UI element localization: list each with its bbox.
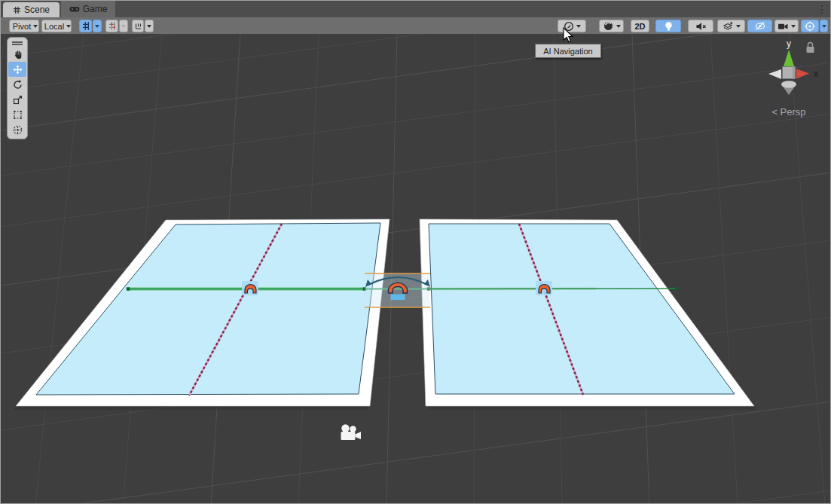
gamepad-icon bbox=[69, 5, 80, 13]
chevron-down-icon bbox=[33, 25, 38, 28]
scene-grid-icon bbox=[13, 6, 21, 14]
scale-tool-button[interactable] bbox=[8, 92, 26, 107]
chevron-down-icon bbox=[121, 25, 126, 28]
gizmo-center-cube bbox=[793, 67, 796, 79]
unity-scene-view-window: Scene Game ⋮ Pivot bbox=[0, 0, 831, 504]
tab-strip: Scene Game ⋮ bbox=[1, 1, 830, 17]
video-camera-icon bbox=[778, 21, 789, 32]
axis-x-cone[interactable] bbox=[796, 69, 809, 79]
axis-y-cone[interactable] bbox=[784, 50, 794, 66]
tab-scene[interactable]: Scene bbox=[3, 2, 60, 17]
tab-game[interactable]: Game bbox=[61, 1, 115, 17]
audio-toggle-button[interactable] bbox=[688, 20, 713, 32]
pivot-label: Pivot bbox=[13, 22, 31, 31]
chevron-down-icon bbox=[66, 25, 71, 28]
grid-snap-button[interactable] bbox=[105, 20, 118, 32]
2d-label: 2D bbox=[634, 22, 645, 31]
layers-sparkle-icon bbox=[723, 21, 734, 32]
hand-tool-button[interactable] bbox=[8, 47, 26, 62]
court-left[interactable] bbox=[16, 219, 390, 406]
grid-visibility-dropdown[interactable] bbox=[93, 20, 102, 32]
scene-visibility-button[interactable] bbox=[747, 20, 772, 32]
light-bulb-icon bbox=[664, 21, 674, 32]
move-icon bbox=[12, 64, 23, 75]
tooltip-text: AI Navigation bbox=[543, 47, 592, 56]
pivot-mode-button[interactable]: Pivot bbox=[9, 20, 39, 32]
effects-toggle-button[interactable] bbox=[717, 20, 745, 32]
grid-snap-dropdown[interactable] bbox=[119, 20, 128, 32]
lighting-toggle-button[interactable] bbox=[655, 20, 681, 32]
move-tool-button[interactable] bbox=[8, 62, 26, 77]
court-right[interactable] bbox=[420, 219, 754, 406]
axis-x-label: x bbox=[814, 69, 818, 79]
grid-lines bbox=[1, 34, 830, 503]
camera-settings-button[interactable] bbox=[774, 20, 799, 32]
overlay-drag-handle-icon[interactable] bbox=[12, 41, 23, 45]
chevron-down-icon bbox=[736, 25, 741, 28]
gizmo-crosshair-icon bbox=[804, 20, 816, 32]
navmesh-link-mini-icon[interactable] bbox=[536, 281, 552, 295]
rotate-tool-button[interactable] bbox=[8, 77, 26, 92]
transform-icon bbox=[12, 124, 23, 136]
grid-icon bbox=[82, 21, 89, 31]
snap-increment-dropdown[interactable] bbox=[145, 20, 154, 32]
view-lock-icon[interactable] bbox=[807, 43, 814, 53]
chevron-down-icon bbox=[616, 25, 621, 28]
mouse-cursor-icon bbox=[562, 27, 576, 45]
width-handle[interactable] bbox=[127, 287, 130, 290]
gizmos-toggle-button[interactable] bbox=[801, 20, 819, 32]
speaker-muted-icon bbox=[695, 21, 707, 32]
tooltip: AI Navigation bbox=[535, 44, 601, 58]
orientation-gizmo[interactable]: y x bbox=[762, 37, 825, 106]
axis-neg-y-cone bbox=[781, 81, 796, 88]
chevron-down-icon bbox=[147, 25, 151, 28]
rect-tool-button[interactable] bbox=[8, 107, 26, 122]
draw-mode-button[interactable] bbox=[599, 20, 624, 32]
shaded-sphere-icon bbox=[603, 20, 614, 32]
axis-neg-x-cone[interactable] bbox=[768, 69, 781, 79]
axis-y-label: y bbox=[787, 38, 791, 49]
chevron-down-icon bbox=[791, 25, 796, 28]
scene-viewport[interactable]: y x < Persp AI Navigation bbox=[1, 34, 830, 503]
grid-snap-icon bbox=[108, 21, 115, 31]
eye-slash-icon bbox=[754, 20, 766, 32]
chevron-down-icon bbox=[95, 25, 99, 28]
snap-increment-button[interactable] bbox=[132, 20, 144, 32]
2d-view-button[interactable]: 2D bbox=[631, 20, 649, 32]
scene-render bbox=[1, 34, 830, 503]
navmesh-link-mini-icon[interactable] bbox=[242, 281, 258, 295]
more-menu-icon[interactable]: ⋮ bbox=[817, 2, 826, 17]
scale-icon bbox=[12, 94, 23, 105]
local-space-button[interactable]: Local bbox=[41, 20, 72, 32]
local-label: Local bbox=[44, 22, 64, 31]
scene-toolbar: Pivot Local bbox=[1, 17, 830, 34]
width-handle[interactable] bbox=[675, 287, 678, 290]
gizmos-dropdown[interactable] bbox=[820, 20, 828, 32]
tools-overlay[interactable] bbox=[7, 37, 28, 139]
ruler-icon bbox=[135, 22, 141, 31]
transform-tool-button[interactable] bbox=[8, 122, 26, 137]
tab-game-label: Game bbox=[83, 4, 108, 14]
rotate-icon bbox=[12, 79, 23, 90]
hand-icon bbox=[12, 49, 23, 60]
rect-tool-icon bbox=[12, 109, 23, 121]
chevron-down-icon bbox=[822, 25, 826, 28]
grid-visibility-button[interactable] bbox=[79, 20, 92, 32]
camera-gizmo-icon[interactable] bbox=[341, 424, 362, 440]
chevron-down-icon bbox=[576, 25, 581, 28]
navmesh-link-selection[interactable] bbox=[365, 273, 430, 307]
projection-label[interactable]: < Persp bbox=[765, 106, 813, 118]
tab-scene-label: Scene bbox=[24, 5, 50, 15]
